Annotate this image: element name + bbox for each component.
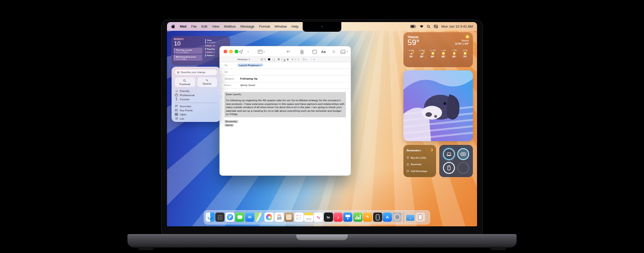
format-aa-button[interactable]: Aa <box>321 49 326 54</box>
mouse-battery-control[interactable] <box>443 162 455 174</box>
reminder-item[interactable]: Expenses <box>407 163 433 166</box>
proofread-button[interactable]: Proofread <box>175 77 195 87</box>
dock-icon-freeform[interactable]: ∿ <box>314 213 323 222</box>
transform-summary[interactable]: Summary <box>175 104 217 108</box>
macbook-battery-control[interactable] <box>443 148 455 160</box>
dock-icon-downloads[interactable]: ↓ <box>406 213 415 222</box>
weather-widget[interactable]: Tiburon 59° Sunny H:70° L:54° 10 AM ☁ 59… <box>403 32 473 67</box>
dock-icon-calendar[interactable]: JUN 10 <box>275 213 284 222</box>
menu-window[interactable]: Window <box>275 24 287 29</box>
transform-list[interactable]: List <box>175 116 217 121</box>
search-icon[interactable] <box>427 25 431 29</box>
font-family-select[interactable]: Helvetica⇅ <box>237 58 250 61</box>
menu-help[interactable]: Help <box>291 24 298 29</box>
checkbox-circle[interactable] <box>407 156 409 159</box>
calendar-event[interactable]: Marketing discussion 2:00–3:30pm <box>174 55 202 61</box>
align-left-button[interactable]: ≡ <box>292 58 293 61</box>
dock-icon-mail[interactable]: ✉ <box>245 213 254 222</box>
tone-professional[interactable]: Professional <box>175 93 217 97</box>
dock-icon-messages[interactable] <box>235 213 244 222</box>
attachment-button[interactable] <box>300 49 304 54</box>
dock-icon-launchpad[interactable] <box>215 213 224 222</box>
transform-key-points[interactable]: Key Points <box>175 108 217 112</box>
tone-friendly[interactable]: ☺ Friendly <box>175 89 217 93</box>
dock-icon-system-settings[interactable]: ⚙ <box>392 213 402 222</box>
checkbox-circle[interactable] <box>407 170 409 172</box>
dock-icon-photos[interactable] <box>264 213 274 222</box>
keyboard-battery-control[interactable] <box>457 148 469 160</box>
undo-icon[interactable]: ↩ <box>287 49 290 54</box>
underline-button[interactable]: U <box>283 58 285 61</box>
bold-button[interactable]: B <box>278 58 280 61</box>
header-fields-button[interactable] <box>258 49 263 54</box>
dock-icon-numbers[interactable] <box>353 213 362 222</box>
from-field[interactable]: From: Jenny Court <box>220 82 351 89</box>
font-size-select[interactable]: 12⇅ <box>260 58 266 61</box>
checkbox-circle[interactable] <box>407 163 409 166</box>
emoji-button[interactable]: ☺ <box>332 49 336 54</box>
from-value: Jenny Court <box>240 84 255 86</box>
dock-icon-trash[interactable] <box>416 213 425 222</box>
close-button[interactable] <box>224 50 227 53</box>
zoom-button[interactable] <box>235 50 238 53</box>
menu-format[interactable]: Format <box>259 24 270 29</box>
transform-table[interactable]: Table <box>175 112 217 116</box>
calendar-event[interactable]: Planning session 10:30–11:30am <box>174 48 202 54</box>
dock-icon-reminders[interactable] <box>294 213 304 222</box>
apple-menu-icon[interactable] <box>171 24 175 29</box>
highlight-color-swatch[interactable] <box>272 58 275 61</box>
dock-icon-app-store[interactable]: A <box>383 213 392 222</box>
dock-icon-keynote[interactable] <box>343 213 352 222</box>
dock-icon-contacts[interactable] <box>284 213 293 222</box>
italic-button[interactable]: I <box>281 58 282 61</box>
strikethrough-button[interactable]: S <box>287 58 289 61</box>
menu-mail[interactable]: Mail <box>180 24 187 29</box>
header-fields-chevron[interactable]: ▾ <box>264 49 265 54</box>
reminders-widget[interactable]: Reminders 3 Buy film (120) Expenses Call… <box>403 145 436 177</box>
wifi-icon[interactable] <box>420 25 424 28</box>
reminder-item[interactable]: Buy film (120) <box>407 156 433 159</box>
photo-browser-button[interactable] <box>340 49 345 54</box>
menu-file[interactable]: File <box>191 24 197 29</box>
minimize-button[interactable] <box>229 50 233 53</box>
dock-icon-notes[interactable] <box>304 213 313 222</box>
reminder-item[interactable]: Call Dominique <box>407 170 433 172</box>
align-right-button[interactable]: ≡ <box>298 58 299 61</box>
menu-edit[interactable]: Edit <box>201 24 207 29</box>
send-options-chevron[interactable]: ▾ <box>247 49 249 54</box>
cc-label: Cc: <box>224 70 237 73</box>
message-body[interactable]: Dear Lanchi, I'm following up regarding … <box>220 89 351 127</box>
dock-icon-maps[interactable] <box>255 213 264 222</box>
photo-browser-chevron[interactable]: ▾ <box>347 49 348 54</box>
laptop-icon <box>446 152 452 156</box>
describe-change-input[interactable]: Describe your change <box>175 69 217 75</box>
list-style-button[interactable]: ≡ <box>303 58 305 61</box>
menu-message[interactable]: Message <box>241 24 254 29</box>
subject-field[interactable]: Subject: Following Up <box>220 75 351 82</box>
calendar-upcoming-event[interactable]: Choir 8–8:45PM <box>205 39 227 44</box>
rewrite-button[interactable]: ✎ Rewrite <box>197 77 218 87</box>
dock-icon-finder[interactable] <box>206 213 215 222</box>
dock-icon-safari[interactable] <box>225 213 235 222</box>
send-button[interactable] <box>238 49 243 54</box>
devices-widget[interactable] <box>439 145 473 177</box>
dock-icon-pages[interactable]: ✎ <box>363 213 372 222</box>
control-center-icon[interactable] <box>434 25 438 28</box>
to-field[interactable]: To: Lanchi Pederson ▾ <box>220 62 351 69</box>
insert-link-button[interactable] <box>312 49 317 54</box>
recipient-token[interactable]: Lanchi Pederson ▾ <box>237 63 263 67</box>
window-titlebar[interactable]: ▾ ▾ ↩ Aa ☺ <box>220 46 351 57</box>
menu-view[interactable]: View <box>212 24 219 29</box>
text-color-swatch[interactable] <box>268 58 270 61</box>
dock-icon-iphone-mirroring[interactable] <box>373 213 382 222</box>
menu-clock[interactable]: Mon Jun 10 9:41 AM <box>441 24 473 29</box>
cc-field[interactable]: Cc: <box>220 69 351 76</box>
indent-button[interactable]: → <box>310 58 313 61</box>
battery-icon[interactable] <box>410 25 416 28</box>
tone-concise[interactable]: Concise <box>175 97 217 101</box>
align-center-button[interactable]: ≡ <box>295 58 297 61</box>
dock-icon-music[interactable]: ♪ <box>334 213 343 222</box>
menu-mailbox[interactable]: Mailbox <box>224 24 236 29</box>
dock-icon-appletv[interactable]: tv <box>324 213 333 222</box>
photos-widget[interactable] <box>403 70 473 141</box>
